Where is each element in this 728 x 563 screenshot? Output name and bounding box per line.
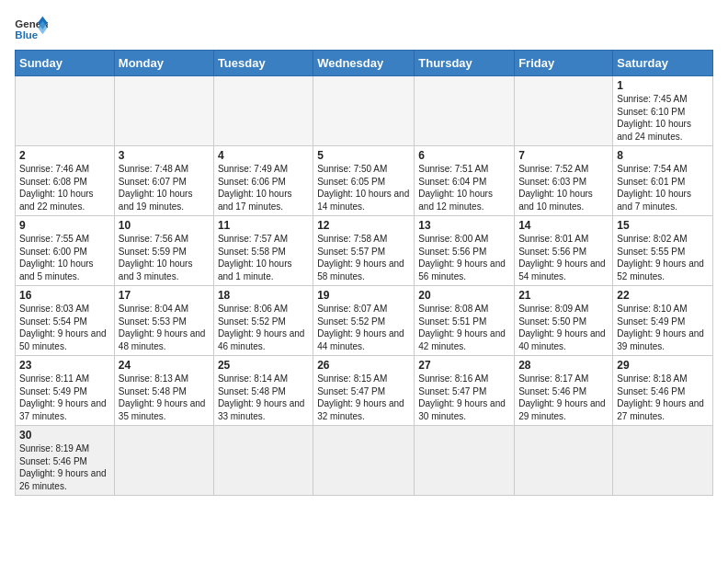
day-info: Sunrise: 8:19 AM Sunset: 5:46 PM Dayligh… (19, 442, 110, 492)
day-info: Sunrise: 7:52 AM Sunset: 6:03 PM Dayligh… (518, 163, 609, 213)
day-info: Sunrise: 8:13 AM Sunset: 5:48 PM Dayligh… (119, 373, 210, 422)
calendar-cell: 3Sunrise: 7:48 AM Sunset: 6:07 PM Daylig… (114, 146, 213, 216)
day-info: Sunrise: 7:49 AM Sunset: 6:06 PM Dayligh… (218, 163, 309, 213)
column-header-thursday: Thursday (415, 51, 515, 76)
day-number: 22 (617, 289, 709, 302)
calendar-cell (515, 76, 613, 146)
day-number: 20 (418, 289, 510, 302)
calendar-cell: 5Sunrise: 7:50 AM Sunset: 6:05 PM Daylig… (313, 146, 415, 216)
calendar-cell: 18Sunrise: 8:06 AM Sunset: 5:52 PM Dayli… (213, 286, 313, 356)
day-number: 14 (518, 219, 609, 232)
day-number: 25 (218, 359, 309, 372)
day-number: 12 (317, 219, 410, 232)
calendar-cell: 22Sunrise: 8:10 AM Sunset: 5:49 PM Dayli… (613, 286, 713, 356)
calendar-cell (114, 426, 213, 496)
calendar-header-row: SundayMondayTuesdayWednesdayThursdayFrid… (16, 51, 713, 76)
day-info: Sunrise: 7:58 AM Sunset: 5:57 PM Dayligh… (317, 233, 410, 282)
calendar-cell: 25Sunrise: 8:14 AM Sunset: 5:48 PM Dayli… (213, 356, 313, 426)
calendar-cell: 6Sunrise: 7:51 AM Sunset: 6:04 PM Daylig… (415, 146, 515, 216)
generalblue-logo-icon: General Blue (15, 15, 48, 42)
day-number: 17 (119, 289, 210, 302)
column-header-tuesday: Tuesday (213, 51, 313, 76)
calendar-cell: 13Sunrise: 8:00 AM Sunset: 5:56 PM Dayli… (415, 216, 515, 286)
day-info: Sunrise: 8:16 AM Sunset: 5:47 PM Dayligh… (418, 373, 510, 422)
day-number: 18 (218, 289, 309, 302)
calendar-week-row: 2Sunrise: 7:46 AM Sunset: 6:08 PM Daylig… (16, 146, 713, 216)
calendar-week-row: 23Sunrise: 8:11 AM Sunset: 5:49 PM Dayli… (16, 356, 713, 426)
logo: General Blue (15, 15, 48, 42)
calendar-cell: 29Sunrise: 8:18 AM Sunset: 5:46 PM Dayli… (613, 356, 713, 426)
day-number: 7 (518, 149, 609, 162)
calendar-cell (114, 76, 213, 146)
day-info: Sunrise: 8:06 AM Sunset: 5:52 PM Dayligh… (218, 303, 309, 352)
day-number: 1 (617, 79, 709, 92)
svg-text:Blue: Blue (15, 29, 38, 40)
day-number: 2 (19, 149, 110, 162)
calendar-cell: 21Sunrise: 8:09 AM Sunset: 5:50 PM Dayli… (515, 286, 613, 356)
calendar-week-row: 9Sunrise: 7:55 AM Sunset: 6:00 PM Daylig… (16, 216, 713, 286)
calendar-cell (213, 426, 313, 496)
calendar-cell: 27Sunrise: 8:16 AM Sunset: 5:47 PM Dayli… (415, 356, 515, 426)
calendar-cell: 28Sunrise: 8:17 AM Sunset: 5:46 PM Dayli… (515, 356, 613, 426)
day-info: Sunrise: 8:15 AM Sunset: 5:47 PM Dayligh… (317, 373, 410, 422)
day-number: 9 (19, 219, 110, 232)
day-info: Sunrise: 8:10 AM Sunset: 5:49 PM Dayligh… (617, 303, 709, 352)
day-info: Sunrise: 8:14 AM Sunset: 5:48 PM Dayligh… (218, 373, 309, 422)
day-number: 5 (317, 149, 410, 162)
day-info: Sunrise: 8:18 AM Sunset: 5:46 PM Dayligh… (617, 373, 709, 422)
day-info: Sunrise: 8:02 AM Sunset: 5:55 PM Dayligh… (617, 233, 709, 282)
day-info: Sunrise: 8:09 AM Sunset: 5:50 PM Dayligh… (518, 303, 609, 352)
calendar-table: SundayMondayTuesdayWednesdayThursdayFrid… (15, 50, 713, 496)
column-header-wednesday: Wednesday (313, 51, 415, 76)
day-number: 6 (418, 149, 510, 162)
day-info: Sunrise: 7:56 AM Sunset: 5:59 PM Dayligh… (119, 233, 210, 282)
day-number: 10 (119, 219, 210, 232)
calendar-cell: 23Sunrise: 8:11 AM Sunset: 5:49 PM Dayli… (16, 356, 115, 426)
column-header-monday: Monday (114, 51, 213, 76)
calendar-cell (415, 426, 515, 496)
day-number: 13 (418, 219, 510, 232)
calendar-cell: 4Sunrise: 7:49 AM Sunset: 6:06 PM Daylig… (213, 146, 313, 216)
day-info: Sunrise: 8:07 AM Sunset: 5:52 PM Dayligh… (317, 303, 410, 352)
day-number: 11 (218, 219, 309, 232)
day-info: Sunrise: 7:57 AM Sunset: 5:58 PM Dayligh… (218, 233, 309, 282)
calendar-week-row: 30Sunrise: 8:19 AM Sunset: 5:46 PM Dayli… (16, 426, 713, 496)
day-number: 19 (317, 289, 410, 302)
day-number: 3 (119, 149, 210, 162)
calendar-cell: 7Sunrise: 7:52 AM Sunset: 6:03 PM Daylig… (515, 146, 613, 216)
column-header-sunday: Sunday (16, 51, 115, 76)
day-info: Sunrise: 7:54 AM Sunset: 6:01 PM Dayligh… (617, 163, 709, 213)
day-info: Sunrise: 7:46 AM Sunset: 6:08 PM Dayligh… (19, 163, 110, 213)
day-number: 28 (518, 359, 609, 372)
calendar-cell: 17Sunrise: 8:04 AM Sunset: 5:53 PM Dayli… (114, 286, 213, 356)
calendar-cell: 10Sunrise: 7:56 AM Sunset: 5:59 PM Dayli… (114, 216, 213, 286)
calendar-cell: 16Sunrise: 8:03 AM Sunset: 5:54 PM Dayli… (16, 286, 115, 356)
day-number: 16 (19, 289, 110, 302)
calendar-cell (613, 426, 713, 496)
day-number: 21 (518, 289, 609, 302)
day-info: Sunrise: 8:03 AM Sunset: 5:54 PM Dayligh… (19, 303, 110, 352)
calendar-cell: 20Sunrise: 8:08 AM Sunset: 5:51 PM Dayli… (415, 286, 515, 356)
day-number: 27 (418, 359, 510, 372)
day-info: Sunrise: 7:55 AM Sunset: 6:00 PM Dayligh… (19, 233, 110, 282)
calendar-cell: 24Sunrise: 8:13 AM Sunset: 5:48 PM Dayli… (114, 356, 213, 426)
calendar-cell: 19Sunrise: 8:07 AM Sunset: 5:52 PM Dayli… (313, 286, 415, 356)
day-info: Sunrise: 7:50 AM Sunset: 6:05 PM Dayligh… (317, 163, 410, 213)
day-number: 24 (119, 359, 210, 372)
day-info: Sunrise: 8:01 AM Sunset: 5:56 PM Dayligh… (518, 233, 609, 282)
calendar-cell: 8Sunrise: 7:54 AM Sunset: 6:01 PM Daylig… (613, 146, 713, 216)
column-header-saturday: Saturday (613, 51, 713, 76)
day-number: 15 (617, 219, 709, 232)
day-info: Sunrise: 7:45 AM Sunset: 6:10 PM Dayligh… (617, 93, 709, 143)
day-number: 26 (317, 359, 410, 372)
calendar-cell: 12Sunrise: 7:58 AM Sunset: 5:57 PM Dayli… (313, 216, 415, 286)
day-info: Sunrise: 7:48 AM Sunset: 6:07 PM Dayligh… (119, 163, 210, 213)
calendar-cell: 11Sunrise: 7:57 AM Sunset: 5:58 PM Dayli… (213, 216, 313, 286)
calendar-cell (313, 76, 415, 146)
day-number: 30 (19, 429, 110, 442)
page-header: General Blue (15, 15, 713, 42)
calendar-cell: 9Sunrise: 7:55 AM Sunset: 6:00 PM Daylig… (16, 216, 115, 286)
day-info: Sunrise: 8:11 AM Sunset: 5:49 PM Dayligh… (19, 373, 110, 422)
day-info: Sunrise: 7:51 AM Sunset: 6:04 PM Dayligh… (418, 163, 510, 213)
day-info: Sunrise: 8:17 AM Sunset: 5:46 PM Dayligh… (518, 373, 609, 422)
